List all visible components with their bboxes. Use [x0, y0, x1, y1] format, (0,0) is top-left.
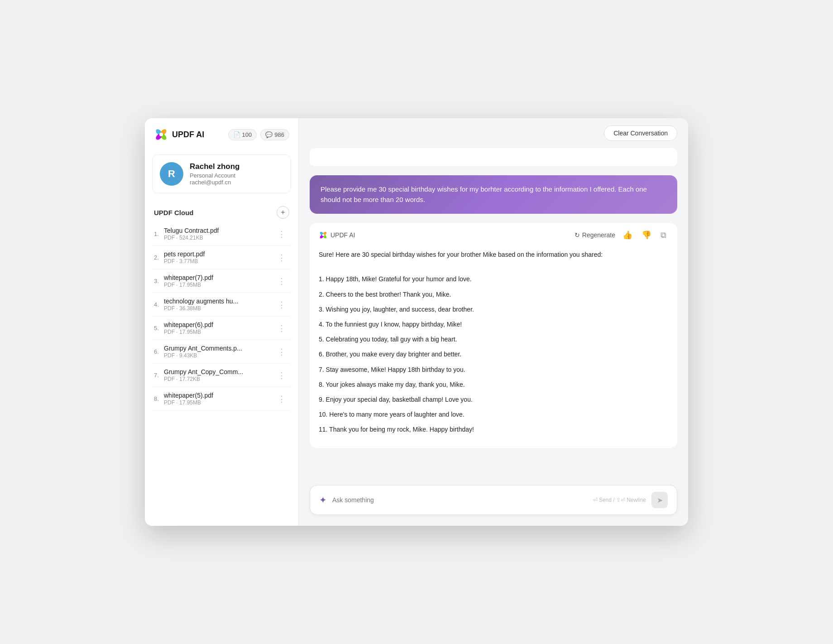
file-menu-button[interactable]: ⋮: [274, 392, 289, 406]
ai-content: Sure! Here are 30 special birthday wishe…: [310, 245, 677, 448]
file-info: pets report.pdf PDF · 3.77MB: [164, 250, 274, 264]
file-number: 7.: [154, 372, 164, 379]
file-meta: PDF · 9.43KB: [164, 352, 274, 359]
send-button[interactable]: ➤: [651, 492, 668, 508]
file-info: whitepaper(7).pdf PDF · 17.95MB: [164, 274, 274, 288]
file-name: whitepaper(7).pdf: [164, 274, 254, 281]
file-number: 6.: [154, 348, 164, 355]
file-list-item[interactable]: 5. whitepaper(6).pdf PDF · 17.95MB ⋮: [152, 317, 291, 340]
file-number: 2.: [154, 254, 164, 261]
thumbs-up-button[interactable]: 👍: [621, 229, 634, 241]
file-name: Grumpy Ant_Comments.p...: [164, 345, 254, 352]
file-name: whitepaper(5).pdf: [164, 392, 254, 399]
wishes-list: 1. Happy 18th, Mike! Grateful for your h…: [319, 274, 668, 435]
ai-actions: ↻ Regenerate 👍 👎 ⧉: [574, 229, 668, 241]
wish-item: 7. Stay awesome, Mike! Happy 18th birthd…: [319, 364, 668, 375]
file-menu-button[interactable]: ⋮: [274, 298, 289, 312]
user-card: R Rachel zhong Personal Account rachel@u…: [152, 154, 291, 193]
file-name: technology augments hu...: [164, 298, 254, 305]
ai-response-header: UPDF AI ↻ Regenerate 👍 👎 ⧉: [310, 223, 677, 245]
file-list-item[interactable]: 7. Grumpy Ant_Copy_Comm... PDF · 17.72KB…: [152, 364, 291, 387]
svg-point-9: [322, 234, 325, 236]
file-menu-button[interactable]: ⋮: [274, 345, 289, 359]
file-meta: PDF · 17.72KB: [164, 376, 274, 382]
file-meta: PDF · 17.95MB: [164, 399, 274, 406]
user-name: Rachel zhong: [190, 162, 240, 171]
wish-item: 8. Your jokes always make my day, thank …: [319, 379, 668, 390]
header-stats: 📄 100 💬 986: [228, 129, 289, 140]
file-menu-button[interactable]: ⋮: [274, 369, 289, 382]
wish-item: 1. Happy 18th, Mike! Grateful for your h…: [319, 274, 668, 285]
user-message-text: Please provide me 30 special birthday wi…: [321, 185, 647, 203]
main-chat: Clear Conversation Please provide me 30 …: [299, 118, 688, 526]
regenerate-icon: ↻: [574, 231, 580, 239]
user-email: rachel@updf.cn: [190, 179, 240, 186]
cloud-header: UPDF Cloud +: [152, 202, 291, 222]
ai-logo-icon: [319, 231, 328, 240]
file-meta: PDF · 17.95MB: [164, 282, 274, 288]
previous-message-stub: [310, 148, 677, 166]
user-account-type: Personal Account: [190, 172, 240, 179]
file-menu-button[interactable]: ⋮: [274, 322, 289, 335]
docs-stat-badge: 📄 100: [228, 129, 257, 140]
file-menu-button[interactable]: ⋮: [274, 227, 289, 241]
file-list-item[interactable]: 3. whitepaper(7).pdf PDF · 17.95MB ⋮: [152, 269, 291, 293]
file-meta: PDF · 17.95MB: [164, 329, 274, 335]
wish-item: 11. Thank you for being my rock, Mike. H…: [319, 424, 668, 435]
file-info: whitepaper(6).pdf PDF · 17.95MB: [164, 321, 274, 335]
docs-count: 100: [242, 131, 252, 138]
add-file-button[interactable]: +: [277, 206, 289, 219]
user-message-bubble: Please provide me 30 special birthday wi…: [310, 175, 677, 214]
file-list-item[interactable]: 2. pets report.pdf PDF · 3.77MB ⋮: [152, 246, 291, 269]
wish-item: 5. Celebrating you today, tall guy with …: [319, 334, 668, 345]
wish-item: 3. Wishing you joy, laughter, and succes…: [319, 304, 668, 315]
chat-icon: 💬: [265, 131, 273, 138]
sidebar-header: UPDF AI 📄 100 💬 986: [145, 118, 298, 149]
input-hints: ⏎ Send / ⇧⏎ Newline: [593, 497, 646, 503]
clear-conversation-button[interactable]: Clear Conversation: [604, 125, 677, 141]
regenerate-label: Regenerate: [582, 231, 615, 239]
ai-label: UPDF AI: [330, 231, 355, 239]
file-number: 5.: [154, 325, 164, 332]
file-list-item[interactable]: 8. whitepaper(5).pdf PDF · 17.95MB ⋮: [152, 387, 291, 411]
file-number: 1.: [154, 231, 164, 237]
spark-icon: ✦: [319, 495, 327, 505]
copy-button[interactable]: ⧉: [659, 230, 668, 241]
chat-stat-badge: 💬 986: [260, 129, 289, 140]
file-menu-button[interactable]: ⋮: [274, 274, 289, 288]
input-bar: ✦ ⏎ Send / ⇧⏎ Newline ➤: [310, 485, 677, 515]
file-name: Grumpy Ant_Copy_Comm...: [164, 368, 254, 375]
chat-area[interactable]: Please provide me 30 special birthday wi…: [299, 148, 688, 485]
file-list-item[interactable]: 4. technology augments hu... PDF · 36.38…: [152, 293, 291, 317]
file-info: Grumpy Ant_Comments.p... PDF · 9.43KB: [164, 345, 274, 359]
file-info: technology augments hu... PDF · 36.38MB: [164, 298, 274, 312]
file-name: pets report.pdf: [164, 250, 254, 258]
file-list-item[interactable]: 6. Grumpy Ant_Comments.p... PDF · 9.43KB…: [152, 340, 291, 364]
sidebar: UPDF AI 📄 100 💬 986 R Rachel zhong Perso…: [145, 118, 299, 526]
wish-item: 9. Enjoy your special day, basketball ch…: [319, 394, 668, 405]
file-number: 8.: [154, 395, 164, 402]
wish-item: 10. Here's to many more years of laughte…: [319, 409, 668, 420]
thumbs-down-button[interactable]: 👎: [640, 229, 653, 241]
file-list-item[interactable]: 1. Telugu Contract.pdf PDF · 524.21KB ⋮: [152, 222, 291, 246]
user-info: Rachel zhong Personal Account rachel@upd…: [190, 162, 240, 186]
wish-item: 2. Cheers to the best brother! Thank you…: [319, 289, 668, 300]
file-list: 1. Telugu Contract.pdf PDF · 524.21KB ⋮ …: [152, 222, 291, 411]
svg-point-4: [159, 133, 163, 136]
wish-item: 4. To the funniest guy I know, happy bir…: [319, 319, 668, 330]
cloud-title: UPDF Cloud: [154, 209, 194, 216]
file-meta: PDF · 3.77MB: [164, 258, 274, 264]
ai-intro-text: Sure! Here are 30 special birthday wishe…: [319, 249, 668, 260]
file-menu-button[interactable]: ⋮: [274, 251, 289, 264]
wish-item: 6. Brother, you make every day brighter …: [319, 349, 668, 360]
app-window: UPDF AI 📄 100 💬 986 R Rachel zhong Perso…: [145, 118, 688, 526]
regenerate-button[interactable]: ↻ Regenerate: [574, 231, 615, 239]
main-topbar: Clear Conversation: [299, 118, 688, 148]
chat-input[interactable]: [332, 496, 588, 504]
file-name: Telugu Contract.pdf: [164, 227, 254, 234]
send-icon: ➤: [657, 496, 663, 505]
file-meta: PDF · 36.38MB: [164, 305, 274, 312]
ai-response-card: UPDF AI ↻ Regenerate 👍 👎 ⧉ Sure! Here ar…: [310, 223, 677, 448]
cloud-section: UPDF Cloud + 1. Telugu Contract.pdf PDF …: [145, 202, 298, 411]
docs-icon: 📄: [233, 131, 240, 138]
